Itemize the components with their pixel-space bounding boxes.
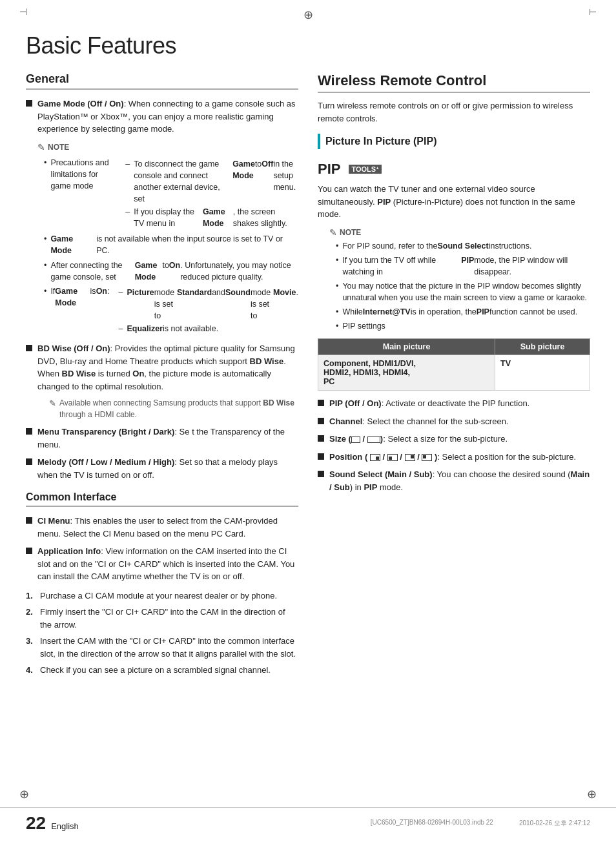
bullet-icon [26,458,32,465]
note-icon: ✎ [37,141,45,154]
menu-transparency-item: Menu Transparency (Bright / Dark): Se t … [26,426,298,451]
general-heading: General [26,72,298,90]
pip-note-1: For PIP sound, refer to the Sound Select… [336,240,590,252]
bullet-icon [318,471,324,477]
bullet-icon [318,400,324,406]
pip-section-label: Picture In Picture (PIP) [325,136,436,147]
app-info-text: Application Info: View information on th… [37,545,298,583]
melody-text: Melody (Off / Low / Medium / High): Set … [37,456,298,481]
crosshair-tr: ⊢ [589,6,597,17]
app-info-item: Application Info: View information on th… [26,545,298,583]
pip-note-2: If you turn the TV off while watching in… [336,254,590,278]
crosshair-tl: ⊣ [19,6,27,17]
pip-sound-select: Sound Select (Main / Sub): You can choos… [318,468,590,493]
note-item-3: After connecting the game console, set G… [44,260,298,283]
bd-wise-avail: ✎ Available when connecting Samsung prod… [37,398,298,420]
game-mode-item: Game Mode (Off / On): When connecting to… [26,98,298,136]
page-language: English [51,821,79,831]
subnote-1a: To disconnect the game console and conne… [125,158,298,205]
bullet-icon [26,517,32,524]
general-section: General Game Mode (Off / On): When conne… [26,72,298,481]
subnotes-2: Picture mode is set to Standard and Soun… [118,287,298,336]
subnote-2a: Picture mode is set to Standard and Soun… [118,287,298,322]
pip-section: Picture In Picture (PIP) PIP TOOLS ⁺ You… [318,134,590,493]
left-column: General Game Mode (Off / On): When conne… [26,72,298,683]
pip-channel-text: Channel: Select the channel for the sub-… [329,415,590,428]
crosshair-bl: ⊕ [19,787,29,801]
pip-section-heading: Picture In Picture (PIP) [318,134,590,149]
page-title: Basic Features [26,32,590,59]
note-item-4: If Game Mode is On: Picture mode is set … [44,285,298,336]
avail-text: Available when connecting Samsung produc… [59,398,298,420]
page: ⊕ ⊣ ⊢ Basic Features General Game Mode (… [0,0,616,853]
pip-sub-source: TV [495,355,590,391]
ci-step-4-text: Check if you can see a picture on a scra… [40,664,271,677]
pip-table-header-main: Main picture [318,339,495,355]
pip-sound-select-text: Sound Select (Main / Sub): You can choos… [329,468,590,493]
bullet-icon [26,428,32,435]
footer-date: 2010-02-26 오후 2:47:12 [519,819,590,828]
ci-step-1: 1. Purchase a CI CAM module at your near… [26,590,298,602]
bullet-icon [26,345,32,351]
ci-step-3-text: Insert the CAM with the "CI or CI+ CARD"… [40,635,298,660]
note-label: ✎ NOTE [37,141,298,154]
pip-bullet-list: PIP (Off / On): Activate or deactivate t… [318,397,590,493]
ci-step-3: 3. Insert the CAM with the "CI or CI+ CA… [26,635,298,660]
pip-position: Position ( / / / ): Select a position fo… [318,451,590,464]
crosshair-top: ⊕ [303,8,313,22]
bullet-icon [318,418,324,424]
bullet-icon [318,453,324,460]
ci-menu-item: CI Menu: This enables the user to select… [26,515,298,540]
page-number: 22 [26,813,46,834]
right-column: Wireless Remote Control Turn wireless re… [318,72,590,683]
pip-label: PIP [318,161,340,178]
note-icon: ✎ [329,227,337,238]
general-bullet-list: Game Mode (Off / On): When connecting to… [26,98,298,481]
bullet-icon [318,435,324,442]
tools-badge: TOOLS ⁺ [349,165,382,174]
pip-description: You can watch the TV tuner and one exter… [318,183,590,221]
pip-table-row: Component, HDMI1/DVI,HDMI2, HDMI3, HDMI4… [318,355,590,391]
note-item-1: Precautions and limitations for game mod… [44,157,298,231]
pip-note-label: ✎ NOTE [329,227,590,238]
bd-wise-item: BD Wise (Off / On): Provides the optimal… [26,342,298,393]
bd-wise-text: BD Wise (Off / On): Provides the optimal… [37,342,298,393]
wireless-text: Turn wireless remote controls on or off … [318,99,590,125]
pip-off-on: PIP (Off / On): Activate or deactivate t… [318,397,590,410]
pip-off-on-text: PIP (Off / On): Activate or deactivate t… [329,397,590,410]
subnote-2b: Equalizer is not available. [118,323,298,334]
pip-position-text: Position ( / / / ): Select a position fo… [329,451,590,464]
subnote-1b: If you display the TV menu in Game Mode,… [125,206,298,229]
pencil-icon: ✎ [49,398,56,410]
content-columns: General Game Mode (Off / On): When conne… [26,72,590,683]
pip-size: Size ( / ): Select a size for the sub-pi… [318,433,590,446]
ci-step-2-text: Firmly insert the "CI or CI+ CARD" into … [40,606,298,631]
ci-bullet-list: CI Menu: This enables the user to select… [26,515,298,583]
ci-step-4: 4. Check if you can see a picture on a s… [26,664,298,677]
avail-note: ✎ Available when connecting Samsung prod… [49,398,298,420]
note-item-2: Game Mode is not available when the inpu… [44,233,298,256]
pip-main-source: Component, HDMI1/DVI,HDMI2, HDMI3, HDMI4… [318,355,495,391]
bullet-icon [26,548,32,554]
bullet-icon [26,100,32,107]
footer-file: [UC6500_ZT]BN68-02694H-00L03.indb 22 [371,819,493,828]
pip-channel: Channel: Select the channel for the sub-… [318,415,590,428]
pip-table-header-sub: Sub picture [495,339,590,355]
crosshair-br: ⊕ [587,787,597,801]
wireless-section: Wireless Remote Control Turn wireless re… [318,72,590,125]
pip-size-text: Size ( / ): Select a size for the sub-pi… [329,433,590,446]
pip-notes: For PIP sound, refer to the Sound Select… [336,240,590,333]
common-interface-heading: Common Interface [26,491,298,507]
pip-note-4: While Internet@TV is in operation, the P… [336,306,590,318]
melody-item: Melody (Off / Low / Medium / High): Set … [26,456,298,481]
game-mode-notes: Precautions and limitations for game mod… [44,157,298,336]
page-footer: 22 English [UC6500_ZT]BN68-02694H-00L03.… [0,807,616,834]
ci-step-1-text: Purchase a CI CAM module at your nearest… [40,590,277,602]
pip-note-3: You may notice that the picture in the P… [336,280,590,303]
pip-table: Main picture Sub picture Component, HDMI… [318,338,590,391]
wireless-heading: Wireless Remote Control [318,72,590,93]
game-mode-note-container: ✎ NOTE Precautions and limitations for g… [37,141,298,336]
pip-main-heading: PIP TOOLS ⁺ [318,161,590,178]
subnotes-1: To disconnect the game console and conne… [125,158,298,231]
ci-numbered-list: 1. Purchase a CI CAM module at your near… [26,590,298,677]
